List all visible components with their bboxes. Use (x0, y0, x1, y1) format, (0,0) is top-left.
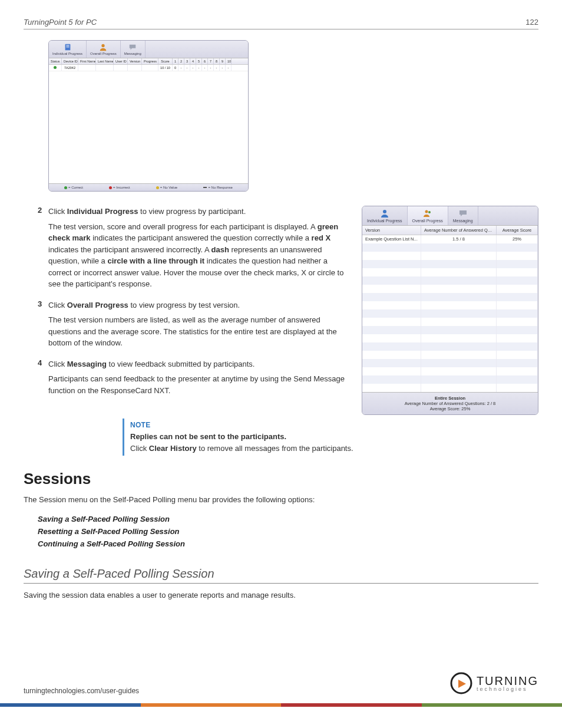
col-q2: 2 (178, 58, 184, 64)
footer-link[interactable]: turningtechnologies.com/user-guides (24, 687, 139, 695)
tab-overall-progress[interactable]: Overall Progress (87, 41, 121, 58)
version-cell (128, 65, 142, 71)
q4-cell: - (190, 65, 196, 71)
tab-messaging[interactable]: Messaging (448, 206, 478, 225)
footer-title: Entire Session (365, 396, 535, 401)
col-q6: 6 (202, 58, 208, 64)
person-icon (99, 43, 107, 51)
legend-novalue: = No Value (156, 186, 177, 189)
footer-line2: Average Score: 25% (430, 406, 471, 411)
viewer1-legend: = Correct = Incorrect = No Value = No Re… (49, 183, 248, 191)
legend-noresponse: = No Response (203, 186, 233, 189)
q10-cell: - (226, 65, 232, 71)
tab-label: Individual Progress (52, 52, 82, 55)
svg-rect-1 (66, 45, 69, 46)
table-row: Example Question List N... 1.5 / 8 25% (362, 235, 538, 243)
table-row (362, 252, 538, 260)
dash-icon (203, 187, 207, 188)
col-q4: 4 (190, 58, 196, 64)
tab-individual-progress[interactable]: Individual Progress (362, 206, 408, 225)
saving-subheading: Saving a Self-Paced Polling Session (24, 567, 538, 584)
q2-cell: - (178, 65, 184, 71)
tab-individual-progress[interactable]: Individual Progress (49, 41, 87, 58)
clipboard-icon (64, 43, 72, 51)
sessions-heading: Sessions (24, 470, 538, 488)
q9-cell: - (220, 65, 226, 71)
step-number: 4 (38, 358, 48, 400)
tab-label: Messaging (124, 52, 141, 55)
table-row (362, 276, 538, 285)
link-saving[interactable]: Saving a Self-Paced Polling Session (38, 513, 538, 526)
step-3: 3 Click Overall Progress to view progres… (38, 299, 351, 353)
step-2: 2 Click Individual Progress to view prog… (38, 206, 351, 294)
col-status: Status (49, 58, 62, 64)
table-row (362, 375, 538, 384)
device-cell: 7A2042 (62, 65, 78, 71)
link-resetting[interactable]: Resetting a Self-Paced Polling Session (38, 526, 538, 538)
viewer2-footer: Entire Session Average Number of Answere… (362, 392, 538, 414)
q1-cell: 0 (173, 65, 178, 71)
table-row (362, 351, 538, 359)
person-icon (380, 209, 389, 218)
svg-rect-2 (66, 47, 69, 47)
note-text: Click Clear History to remove all messag… (130, 443, 533, 454)
col-q7: 7 (208, 58, 214, 64)
cell-avgq: 1.5 / 8 (421, 235, 497, 243)
svg-point-6 (428, 211, 431, 213)
tab-label: Overall Progress (90, 52, 117, 55)
q6-cell: - (202, 65, 208, 71)
step-number: 2 (38, 206, 48, 294)
sessions-intro: The Session menu on the Self-Paced Polli… (24, 494, 538, 506)
q8-cell: - (214, 65, 220, 71)
svg-point-3 (102, 44, 105, 47)
table-row (362, 260, 538, 268)
table-row (362, 384, 538, 392)
last-cell (96, 65, 114, 71)
legend-incorrect: = Incorrect (109, 186, 130, 189)
col-q10: 10 (226, 58, 232, 64)
col-q1: 1 (173, 58, 178, 64)
brand-logo: TURNING technologies (449, 671, 538, 695)
steps-list: 2 Click Individual Progress to view prog… (38, 206, 351, 400)
page-footer: turningtechnologies.com/user-guides TURN… (24, 671, 538, 695)
q5-cell: - (196, 65, 202, 71)
progress-cell (142, 65, 158, 71)
svg-point-4 (383, 210, 386, 213)
step-number: 3 (38, 299, 48, 353)
individual-progress-window: Individual Progress Overall Progress Mes… (48, 40, 249, 192)
saving-text: Saving the session data enables a user t… (24, 589, 538, 601)
circle-slash-icon (156, 186, 159, 189)
viewer2-header-row: Version Average Number of Answered Quest… (362, 226, 538, 235)
cell-version: Example Question List N... (362, 235, 421, 243)
q3-cell: - (184, 65, 190, 71)
table-row (362, 334, 538, 342)
page-header: TurningPoint 5 for PC 122 (24, 18, 538, 29)
col-device: Device ID (62, 58, 78, 64)
viewer2-tabbar: Individual Progress Overall Progress Mes… (362, 206, 538, 226)
doc-title: TurningPoint 5 for PC (24, 18, 97, 27)
col-q5: 5 (196, 58, 202, 64)
brand-sub: technologies (477, 687, 538, 692)
note-box: NOTE Replies can not be sent to the part… (123, 419, 538, 456)
tab-label: Overall Progress (412, 219, 443, 223)
turning-logo-icon (449, 671, 473, 695)
viewer1-header-row: Status Device ID First Name Last Name Us… (49, 58, 248, 65)
sessions-link-list: Saving a Self-Paced Polling Session Rese… (38, 513, 538, 550)
col-last: Last Name (96, 58, 114, 64)
link-continuing[interactable]: Continuing a Self-Paced Polling Session (38, 538, 538, 551)
first-cell (78, 65, 96, 71)
note-title: NOTE (130, 420, 533, 431)
col-avgs: Average Score (497, 226, 538, 235)
tab-messaging[interactable]: Messaging (121, 41, 146, 58)
viewer1-data-row: 7A2042 10 / 10 0 - - - - - - - - - (49, 65, 248, 71)
step-4: 4 Click Messaging to view feedback submi… (38, 358, 351, 400)
tab-overall-progress[interactable]: Overall Progress (408, 206, 448, 225)
check-icon (64, 186, 67, 189)
cell-avgs: 25% (497, 235, 538, 243)
table-row (362, 243, 538, 252)
col-version: Version (128, 58, 142, 64)
brand-name: TURNING (477, 675, 538, 687)
table-row (362, 285, 538, 293)
table-row (362, 318, 538, 326)
user-cell (114, 65, 128, 71)
